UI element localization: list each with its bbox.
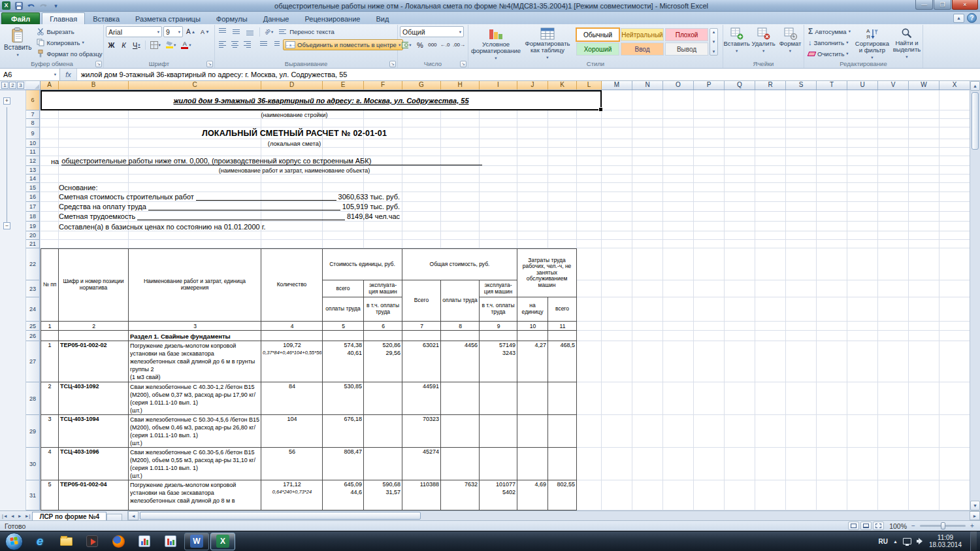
column-header-U[interactable]: U: [847, 81, 878, 90]
cell-style-good[interactable]: Хороший: [576, 42, 619, 56]
column-header-T[interactable]: T: [817, 81, 847, 90]
column-number[interactable]: 4: [261, 322, 323, 331]
fill-button[interactable]: ↓Заполнить▾: [806, 37, 853, 48]
item-code[interactable]: ТСЦ-403-1096: [59, 448, 129, 480]
item-labor-total[interactable]: [548, 415, 577, 448]
restore-button[interactable]: ❐: [934, 0, 951, 10]
column-number[interactable]: 10: [517, 322, 548, 331]
clear-button[interactable]: Очистить▾: [806, 48, 853, 59]
item-unit-cost-machines[interactable]: [364, 448, 402, 480]
format-as-table-button[interactable]: Форматировать как таблицу▾: [523, 26, 572, 62]
item-total-labor-pay[interactable]: 4456: [441, 341, 480, 382]
item-unit-cost-machines[interactable]: [364, 415, 402, 448]
item-code[interactable]: ТСЦ-403-1092: [59, 382, 129, 415]
item-number[interactable]: 1: [41, 341, 59, 382]
zoom-level[interactable]: 100%: [889, 522, 907, 530]
date-note[interactable]: Составлен(а) в базисных ценах по состоян…: [41, 222, 548, 231]
insert-sheet-tab[interactable]: [106, 514, 122, 520]
tab-formulas[interactable]: Формулы: [208, 12, 255, 24]
header-total-incl-pay[interactable]: в т.ч. оплаты труда: [480, 297, 517, 322]
minimize-ribbon-button[interactable]: ▲: [953, 14, 964, 23]
increase-decimal-button[interactable]: ←.0: [439, 39, 451, 50]
item-labor-total[interactable]: [548, 382, 577, 415]
section-title[interactable]: Раздел 1. Свайные фундаменты: [129, 331, 577, 341]
paste-dropdown-arrow[interactable]: ▾: [17, 51, 19, 58]
column-header-E[interactable]: E: [323, 81, 364, 90]
outline-level-2-button[interactable]: 2: [9, 82, 16, 89]
taskbar-internet-explorer[interactable]: e: [27, 533, 52, 550]
item-total-cost[interactable]: 63021: [402, 341, 441, 382]
row-header-20[interactable]: 20: [26, 231, 40, 240]
normal-view-button[interactable]: [848, 522, 859, 530]
header-labor-per-unit[interactable]: на единицу: [517, 297, 548, 322]
item-labor-per-unit[interactable]: [517, 415, 548, 448]
column-header-W[interactable]: W: [909, 81, 939, 90]
column-header-A[interactable]: A: [41, 81, 59, 90]
item-number[interactable]: 4: [41, 448, 59, 480]
estimate-title[interactable]: ЛОКАЛЬНЫЙ СМЕТНЫЙ РАСЧЕТ № 02-01-01: [41, 127, 548, 139]
item-quantity[interactable]: 84: [261, 382, 323, 415]
row-header-22[interactable]: 22: [26, 248, 40, 280]
row-header-31[interactable]: 31: [26, 480, 40, 510]
header-qty[interactable]: Количество: [261, 248, 323, 322]
header-unit-incl-pay[interactable]: в т.ч. оплаты труда: [364, 297, 402, 322]
taskbar-firefox[interactable]: [106, 533, 131, 550]
item-labor-total[interactable]: 802,55: [548, 480, 577, 510]
row-header-8[interactable]: 8: [26, 119, 40, 127]
find-select-button[interactable]: Найти и выделить▾: [892, 26, 922, 61]
row-header-17[interactable]: 17: [26, 202, 40, 212]
header-num[interactable]: № пп: [41, 248, 59, 322]
select-all-corner[interactable]: [26, 81, 41, 90]
column-number[interactable]: 8: [441, 322, 480, 331]
item-total-machines[interactable]: 1010775402: [480, 480, 517, 510]
column-header-F[interactable]: F: [364, 81, 402, 90]
item-number[interactable]: 3: [41, 415, 59, 448]
item-unit-cost-total[interactable]: 574,3840,61: [323, 341, 364, 382]
paste-button[interactable]: Вставить ▾: [3, 26, 33, 59]
horizontal-scrollbar[interactable]: ◄ ►: [127, 511, 980, 520]
column-header-Q[interactable]: Q: [725, 81, 755, 90]
font-size-select[interactable]: 9▾: [163, 26, 183, 37]
bold-button[interactable]: Ж: [106, 39, 117, 50]
underline-button[interactable]: Ч▾: [131, 39, 142, 50]
column-number[interactable]: 6: [364, 322, 402, 331]
zoom-in-button[interactable]: +: [969, 522, 975, 529]
network-icon[interactable]: [903, 538, 911, 544]
formula-input[interactable]: жилой дом 9-этажный 36-квартирный по адр…: [77, 69, 980, 80]
column-header-C[interactable]: C: [129, 81, 261, 90]
decrease-decimal-button[interactable]: .00→: [452, 39, 466, 50]
item-code[interactable]: ТЕР05-01-002-02: [59, 341, 129, 382]
item-total-machines[interactable]: [480, 382, 517, 415]
cut-button[interactable]: Вырезать: [35, 26, 104, 37]
sheet-tab-active[interactable]: ЛСР по форме №4: [32, 512, 106, 520]
show-desktop-button[interactable]: [970, 531, 977, 551]
merge-center-button[interactable]: ←a→ Объединить и поместить в центре▾: [283, 39, 403, 50]
item-labor-per-unit[interactable]: 4,27: [517, 341, 548, 382]
item-unit-cost-machines[interactable]: 520,8629,56: [364, 341, 402, 382]
language-indicator[interactable]: RU: [879, 538, 888, 545]
item-unit-cost-total[interactable]: 676,18: [323, 415, 364, 448]
row-header-10[interactable]: 10: [26, 139, 40, 148]
qat-customize-button[interactable]: ▾: [50, 1, 61, 10]
header-total-vsego[interactable]: Всего: [402, 280, 441, 322]
header-labor[interactable]: Затраты труда рабочих, чел.-ч, не заняты…: [517, 248, 577, 297]
column-header-B[interactable]: B: [59, 81, 129, 90]
align-middle-button[interactable]: [231, 26, 243, 37]
number-format-select[interactable]: Общий▾: [400, 26, 464, 37]
format-painter-button[interactable]: Формат по образцу: [35, 48, 104, 59]
item-name[interactable]: Сваи железобетонные С 50.30-4,5,6 /бетон…: [129, 415, 261, 448]
increase-font-button[interactable]: А▲: [184, 26, 197, 37]
zoom-slider-thumb[interactable]: [941, 522, 945, 529]
align-bottom-button[interactable]: [244, 26, 257, 37]
font-color-button[interactable]: А▾: [179, 39, 193, 50]
item-total-machines[interactable]: [480, 415, 517, 448]
item-total-cost[interactable]: 45274: [402, 448, 441, 480]
column-number[interactable]: 11: [548, 322, 577, 331]
italic-button[interactable]: К: [118, 39, 129, 50]
align-top-button[interactable]: [217, 26, 229, 37]
header-code[interactable]: Шифр и номер позиции норматива: [59, 248, 129, 322]
item-quantity[interactable]: 109,720,37*84+0,46*104+0,55*56: [261, 341, 323, 382]
column-header-O[interactable]: O: [663, 81, 694, 90]
tab-insert[interactable]: Вставка: [85, 12, 127, 24]
taskbar-media-player[interactable]: [80, 533, 105, 550]
